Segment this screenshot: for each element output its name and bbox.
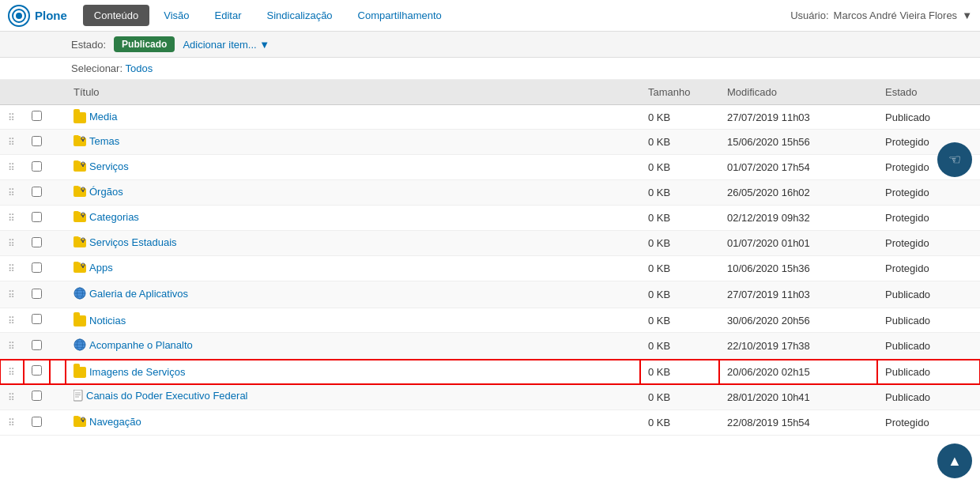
- row-title-link[interactable]: Serviços Estaduais: [89, 236, 177, 248]
- drag-dots-icon[interactable]: [8, 162, 15, 173]
- row-size: 0 KB: [640, 333, 719, 360]
- drag-dots-icon[interactable]: [8, 417, 15, 428]
- tab-editar[interactable]: Editar: [204, 5, 253, 26]
- folder-icon: [74, 367, 86, 378]
- row-modified: 10/06/2020 15h36: [719, 256, 877, 281]
- drag-dots-icon[interactable]: [8, 213, 15, 224]
- drag-handle[interactable]: [0, 308, 24, 333]
- drag-handle[interactable]: [0, 360, 24, 384]
- row-size: 0 KB: [640, 130, 719, 155]
- row-checkbox-cell: [24, 360, 50, 384]
- drag-dots-icon[interactable]: [8, 263, 15, 274]
- row-size: 0 KB: [640, 308, 719, 333]
- row-title-link[interactable]: Serviços: [89, 160, 129, 172]
- drag-handle[interactable]: [0, 333, 24, 360]
- lock-folder-icon: [74, 416, 86, 429]
- row-checkbox[interactable]: [32, 289, 42, 299]
- drag-dots-icon[interactable]: [8, 392, 15, 403]
- drag-handle[interactable]: [0, 410, 24, 436]
- tab-conteudo[interactable]: Conteúdo: [83, 5, 149, 26]
- svg-rect-9: [77, 161, 81, 165]
- user-name: Marcos André Vieira Flores: [834, 9, 958, 21]
- row-title-link[interactable]: Órgãos: [89, 186, 123, 198]
- row-title-link[interactable]: Noticias: [89, 315, 126, 326]
- drag-handle[interactable]: [0, 130, 24, 155]
- row-checkbox[interactable]: [32, 187, 42, 197]
- row-checkbox[interactable]: [32, 340, 42, 350]
- drag-handle[interactable]: [0, 155, 24, 180]
- row-checkbox[interactable]: [32, 161, 42, 172]
- table-row: Noticias0 KB30/06/2020 20h56Publicado: [0, 308, 980, 333]
- table-row: Temas0 KB15/06/2020 15h56Protegido: [0, 130, 980, 155]
- drag-dots-icon[interactable]: [8, 341, 15, 352]
- drag-handle[interactable]: [0, 384, 24, 410]
- tab-sindicalizacao[interactable]: Sindicalização: [256, 5, 344, 26]
- tab-visao[interactable]: Visão: [153, 5, 200, 26]
- row-checkbox-cell: [24, 155, 50, 180]
- drag-dots-icon[interactable]: [8, 289, 15, 300]
- select-label: Selecionar:: [71, 62, 122, 74]
- drag-handle[interactable]: [0, 105, 24, 130]
- row-state: Publicado: [877, 281, 980, 308]
- row-title-link[interactable]: Galeria de Aplicativos: [89, 288, 188, 300]
- folder-icon: [74, 112, 86, 123]
- svg-rect-21: [82, 215, 84, 217]
- row-title-link[interactable]: Navegação: [89, 416, 141, 428]
- row-checkbox[interactable]: [32, 391, 42, 401]
- drag-dots-icon[interactable]: [8, 315, 15, 326]
- row-title-cell: Temas: [66, 130, 640, 155]
- svg-rect-50: [82, 420, 84, 422]
- lock-folder-icon: [74, 211, 86, 225]
- table-row: Órgãos0 KB26/05/2020 16h02Protegido: [0, 180, 980, 206]
- row-checkbox[interactable]: [32, 262, 42, 273]
- drag-dots-icon[interactable]: [8, 112, 15, 123]
- row-checkbox-cell: [24, 333, 50, 360]
- row-size: 0 KB: [640, 180, 719, 206]
- lock-folder-icon: [74, 186, 86, 199]
- svg-rect-29: [77, 262, 81, 266]
- row-checkbox[interactable]: [32, 212, 42, 222]
- table-row: Galeria de Aplicativos0 KB27/07/2019 11h…: [0, 281, 980, 308]
- globe-icon: [74, 338, 86, 353]
- drag-handle[interactable]: [0, 206, 24, 231]
- row-checkbox[interactable]: [32, 417, 42, 427]
- plone-logo: Plone: [8, 5, 67, 27]
- row-title-link[interactable]: Temas: [89, 135, 119, 147]
- row-checkbox[interactable]: [32, 365, 42, 376]
- drag-handle[interactable]: [0, 281, 24, 308]
- row-state: Protegido: [877, 231, 980, 256]
- drag-dots-icon[interactable]: [8, 137, 15, 148]
- drag-handle[interactable]: [0, 180, 24, 206]
- folder-icon: [74, 315, 86, 326]
- select-all-link[interactable]: Todos: [125, 62, 153, 74]
- row-modified: 27/07/2019 11h03: [719, 105, 877, 130]
- user-dropdown-arrow[interactable]: ▼: [962, 9, 972, 21]
- row-title-link[interactable]: Canais do Poder Executivo Federal: [86, 391, 248, 402]
- row-checkbox[interactable]: [32, 136, 42, 146]
- row-title-link[interactable]: Apps: [89, 262, 113, 274]
- row-checkbox[interactable]: [32, 314, 42, 324]
- row-checkbox[interactable]: [32, 111, 42, 121]
- row-title-cell: Noticias: [66, 308, 640, 333]
- plone-logo-text: Plone: [35, 9, 67, 22]
- plone-logo-icon: [8, 5, 30, 27]
- drag-dots-icon[interactable]: [8, 367, 15, 378]
- drag-handle[interactable]: [0, 256, 24, 281]
- tab-compartilhamento[interactable]: Compartilhamento: [347, 5, 453, 26]
- row-modified: 20/06/2020 02h15: [719, 360, 877, 384]
- row-title-link[interactable]: Imagens de Serviços: [89, 366, 185, 378]
- accessibility-button[interactable]: ☜: [937, 142, 972, 177]
- row-title-link[interactable]: Categorias: [89, 211, 139, 223]
- row-modified: 28/01/2020 10h41: [719, 384, 877, 410]
- drag-dots-icon[interactable]: [8, 187, 15, 198]
- row-title-link[interactable]: Media: [89, 111, 117, 123]
- row-title-link[interactable]: Acompanhe o Planalto: [89, 339, 193, 351]
- col-icon: [50, 80, 66, 105]
- row-state: Protegido: [877, 410, 980, 436]
- drag-dots-icon[interactable]: [8, 238, 15, 249]
- drag-handle[interactable]: [0, 231, 24, 256]
- row-size: 0 KB: [640, 155, 719, 180]
- add-item-button[interactable]: Adicionar item... ▼: [183, 39, 270, 51]
- row-checkbox[interactable]: [32, 237, 42, 247]
- row-checkbox-cell: [24, 130, 50, 155]
